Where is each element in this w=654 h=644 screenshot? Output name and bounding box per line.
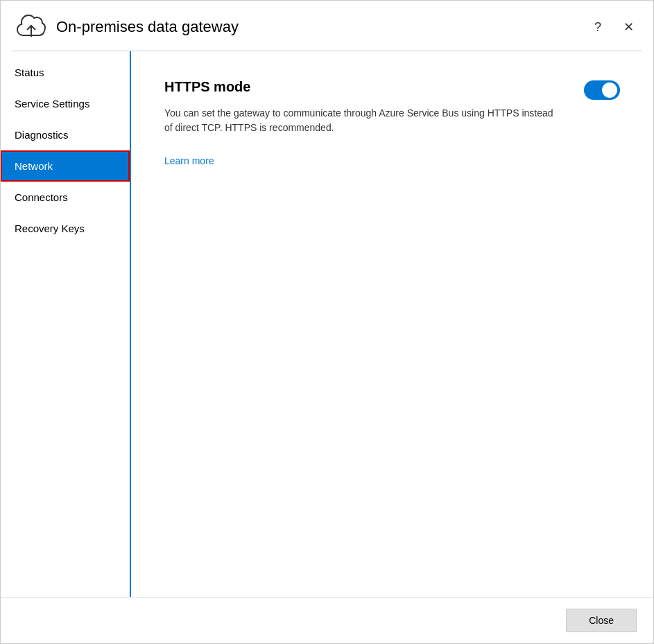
toggle-slider [584,80,620,100]
close-window-button[interactable]: ✕ [618,18,639,36]
close-button[interactable]: Close [566,609,637,632]
https-text-col: HTTPS mode You can set the gateway to co… [164,79,556,149]
app-window: On-premises data gateway ? ✕ Status Serv… [0,0,654,644]
https-toggle[interactable] [584,80,620,100]
sidebar-item-diagnostics[interactable]: Diagnostics [1,119,130,150]
help-button[interactable]: ? [589,18,607,36]
app-title: On-premises data gateway [56,18,239,36]
sidebar-item-network[interactable]: Network [1,150,130,182]
cloud-upload-icon [15,12,48,42]
title-left: On-premises data gateway [15,12,239,42]
sidebar-item-service-settings[interactable]: Service Settings [1,88,130,119]
title-actions: ? ✕ [589,18,639,36]
learn-more-link[interactable]: Learn more [164,155,214,166]
sidebar: Status Service Settings Diagnostics Netw… [1,51,131,597]
https-mode-row: HTTPS mode You can set the gateway to co… [164,79,620,149]
title-bar: On-premises data gateway ? ✕ [1,1,653,51]
footer: Close [1,597,653,643]
section-description: You can set the gateway to communicate t… [164,106,556,135]
section-title: HTTPS mode [164,79,556,95]
sidebar-item-recovery-keys[interactable]: Recovery Keys [1,213,130,244]
sidebar-item-connectors[interactable]: Connectors [1,182,130,213]
main-content: Status Service Settings Diagnostics Netw… [1,51,653,597]
sidebar-item-status[interactable]: Status [1,57,130,88]
content-area: HTTPS mode You can set the gateway to co… [131,51,653,597]
